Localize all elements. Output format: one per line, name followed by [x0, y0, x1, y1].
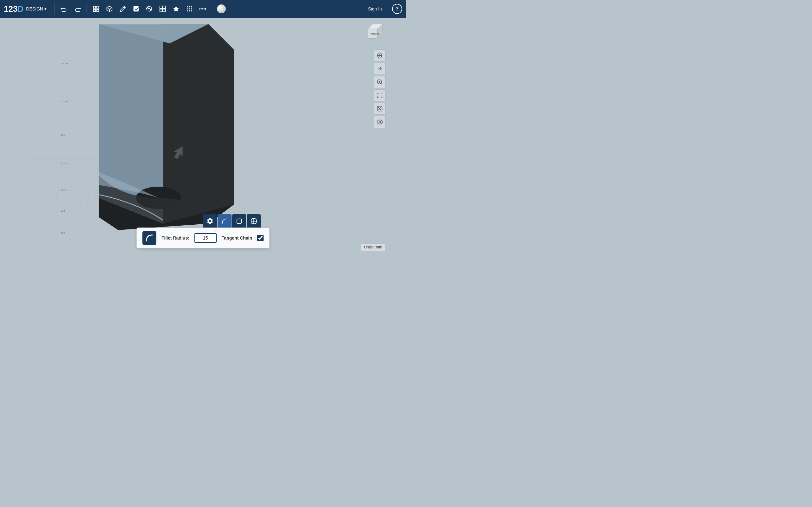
- logo-123: 123: [4, 4, 17, 14]
- ruler-left: 100 125 150 175 200 225 250: [62, 37, 67, 252]
- tangent-chain-checkbox[interactable]: [257, 235, 264, 241]
- modify-button[interactable]: [170, 3, 182, 15]
- main-tools-group: [90, 3, 209, 15]
- primitives-button[interactable]: [103, 3, 115, 15]
- snap-button[interactable]: [90, 3, 102, 15]
- svg-point-46: [379, 121, 380, 123]
- context-toolbar: [203, 214, 261, 228]
- 3d-model: [51, 24, 289, 230]
- fillet-radius-label: Fillet Radius:: [161, 235, 189, 240]
- fillet-control-bar: Fillet Radius: Tangent Chain: [136, 228, 270, 248]
- pan-button[interactable]: [374, 63, 386, 75]
- svg-line-42: [381, 83, 382, 84]
- undo-redo-group: [58, 3, 84, 15]
- svg-point-12: [187, 8, 188, 9]
- svg-text:FRONT: FRONT: [370, 33, 379, 36]
- logo-dropdown-arrow[interactable]: ▾: [44, 7, 46, 11]
- pattern-button[interactable]: [183, 3, 195, 15]
- view-options-button[interactable]: [374, 116, 386, 128]
- sign-in-button[interactable]: Sign In: [368, 6, 382, 11]
- help-button[interactable]: ?: [392, 4, 402, 14]
- view-cube[interactable]: FRONT: [362, 21, 387, 46]
- context-settings-button[interactable]: [203, 214, 217, 228]
- fillet-edge-button[interactable]: [217, 214, 232, 228]
- transform-button[interactable]: [143, 3, 155, 15]
- ruler-tick-125: 125: [61, 100, 67, 103]
- svg-rect-47: [237, 219, 242, 224]
- svg-point-15: [187, 10, 188, 12]
- svg-point-17: [191, 10, 192, 12]
- svg-point-10: [189, 6, 190, 8]
- orbit-button[interactable]: [374, 49, 386, 61]
- redo-button[interactable]: [71, 3, 84, 15]
- undo-button[interactable]: [58, 3, 70, 15]
- svg-marker-8: [173, 6, 179, 11]
- ruler-tick-150: 150: [61, 133, 67, 136]
- svg-point-9: [187, 6, 188, 8]
- ruler-tick-200: 200: [61, 189, 67, 192]
- zoom-button[interactable]: [374, 76, 386, 88]
- tangent-chain-label: Tangent Chain: [222, 235, 252, 240]
- svg-point-16: [189, 10, 190, 12]
- fillet-all-button[interactable]: [247, 214, 261, 228]
- construct-button[interactable]: [130, 3, 142, 15]
- svg-rect-0: [94, 6, 96, 8]
- units-display: Units : mm: [361, 243, 386, 251]
- toolbar: 123D DESIGN ▾: [0, 0, 406, 18]
- svg-rect-6: [160, 9, 162, 12]
- fillet-radius-input[interactable]: [194, 233, 217, 243]
- svg-rect-7: [163, 9, 165, 12]
- svg-point-13: [189, 8, 190, 9]
- fit-button[interactable]: [374, 89, 386, 101]
- sketch-button[interactable]: [117, 3, 129, 15]
- nav-controls: [372, 49, 387, 128]
- separator-1: [55, 3, 55, 14]
- ruler-tick-175: 175: [61, 162, 67, 165]
- app-logo: 123D DESIGN ▾: [4, 4, 46, 14]
- viewport: 100 125 150 175 200 225 250: [0, 18, 406, 253]
- separator-3: [212, 3, 212, 14]
- perspective-button[interactable]: [374, 103, 386, 115]
- material-button[interactable]: [215, 3, 227, 15]
- svg-point-14: [191, 8, 192, 9]
- ruler-tick-225: 225: [61, 210, 67, 212]
- measure-button[interactable]: [197, 3, 209, 15]
- ruler-tick-100: 100: [61, 62, 67, 65]
- ruler-tick-250: 250: [61, 232, 67, 234]
- svg-rect-5: [163, 6, 165, 9]
- svg-point-11: [191, 6, 192, 8]
- sign-in-area: Sign In | ?: [368, 4, 402, 14]
- logo-design: DESIGN: [26, 6, 43, 11]
- svg-rect-1: [97, 6, 99, 8]
- svg-rect-3: [97, 9, 99, 11]
- separator-2: [87, 3, 87, 14]
- svg-rect-2: [94, 9, 96, 11]
- logo-d: D: [17, 4, 23, 14]
- svg-rect-4: [160, 6, 162, 9]
- group-button[interactable]: [157, 3, 169, 15]
- fillet-icon[interactable]: [142, 231, 156, 245]
- fillet-face-button[interactable]: [232, 214, 246, 228]
